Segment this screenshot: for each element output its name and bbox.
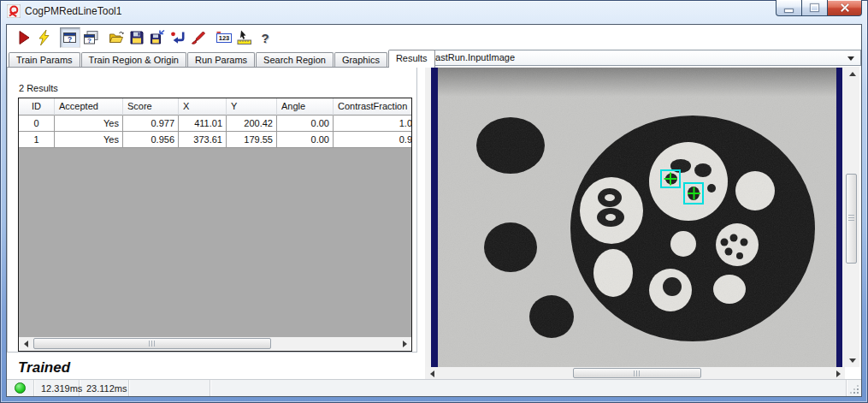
float-results-button[interactable]: ? (80, 27, 101, 48)
scroll-up-button[interactable] (845, 67, 859, 80)
result-row-0[interactable]: 0 Yes 0.977 411.01 200.42 0.00 1.0 (19, 116, 411, 132)
run-button[interactable] (14, 27, 34, 48)
cell-id: 1 (19, 132, 55, 147)
app-icon (7, 4, 21, 18)
column-header-accepted[interactable]: Accepted (55, 98, 123, 116)
image-horizontal-scrollbar[interactable] (425, 367, 845, 380)
results-display-button[interactable]: ? (60, 27, 80, 48)
results-tab-page: 2 Results ID Accepted Score X Y Angle Co… (7, 67, 417, 353)
image-right-edge-bar (836, 68, 842, 367)
column-header-contrastfraction[interactable]: ContrastFraction (334, 98, 412, 116)
title-bar[interactable]: CogPMRedLineTool1 (0, 0, 868, 24)
column-header-x[interactable]: X (179, 98, 227, 116)
open-button[interactable] (106, 27, 127, 48)
image-display[interactable] (425, 67, 845, 367)
arrow-down-icon (849, 359, 856, 363)
tab-graphics[interactable]: Graphics (334, 52, 387, 67)
maximize-button[interactable] (801, 0, 828, 16)
run-icon (15, 29, 32, 46)
cell-accepted: Yes (55, 132, 123, 147)
caption-buttons (776, 0, 862, 17)
resize-grip[interactable] (847, 380, 861, 396)
thumb-grip (848, 215, 854, 222)
numeric-format-icon: 123 (216, 29, 233, 46)
cell-contrastfraction: 0.9 (334, 132, 412, 147)
cell-x: 411.01 (179, 116, 227, 131)
column-header-id[interactable]: ID (19, 98, 55, 116)
tab-results[interactable]: Results (388, 50, 435, 68)
measure-icon (236, 29, 253, 46)
tab-search-region[interactable]: Search Region (256, 52, 334, 67)
arrow-right-icon (403, 341, 407, 347)
scrollbar-thumb[interactable] (33, 338, 271, 349)
scroll-down-button[interactable] (845, 353, 859, 367)
result-row-1[interactable]: 1 Yes 0.956 373.61 179.55 0.00 0.9 (19, 132, 411, 148)
left-panel: Train Params Train Region & Origin Run P… (7, 50, 419, 380)
status-bar: 12.319ms 23.112ms (7, 379, 861, 396)
chevron-down-icon (847, 56, 854, 61)
minimize-button[interactable] (776, 0, 802, 16)
scroll-right-button[interactable] (831, 367, 845, 380)
edit-graphics-icon (190, 29, 207, 46)
save-icon (128, 29, 145, 46)
toolbar: ? ? (7, 25, 861, 50)
image-vertical-scrollbar[interactable] (845, 67, 859, 367)
arrow-right-icon (836, 370, 841, 377)
scroll-left-button[interactable] (19, 337, 32, 351)
empty-status-panel (210, 380, 847, 396)
results-display-icon: ? (62, 29, 79, 46)
save-as-icon (149, 29, 166, 46)
cell-accepted: Yes (55, 116, 123, 131)
tab-strip: Train Params Train Region & Origin Run P… (9, 50, 436, 67)
image-left-edge-bar (431, 68, 438, 367)
scrollbar-thumb[interactable] (573, 368, 701, 378)
cell-y: 179.55 (227, 132, 277, 147)
tool-window: CogPMRedLineTool1 ? (0, 0, 868, 403)
input-image (438, 68, 836, 367)
close-button[interactable] (827, 0, 862, 16)
electric-run-button[interactable] (34, 27, 55, 48)
numeric-format-button[interactable]: 123 (214, 27, 234, 48)
cell-id: 0 (19, 116, 55, 131)
save-button[interactable] (127, 27, 147, 48)
window-title: CogPMRedLineTool1 (25, 5, 121, 17)
svg-text:?: ? (87, 37, 92, 44)
column-header-score[interactable]: Score (123, 98, 179, 116)
scroll-left-button[interactable] (425, 367, 439, 380)
tab-train-region-origin[interactable]: Train Region & Origin (81, 52, 186, 67)
open-icon (108, 29, 125, 46)
float-results-icon: ? (82, 29, 99, 46)
scrollbar-thumb[interactable] (846, 174, 857, 264)
svg-text:123: 123 (219, 34, 230, 42)
run-time-panel: 12.319ms (34, 380, 80, 396)
svg-text:?: ? (261, 30, 269, 44)
electric-run-icon (36, 29, 53, 46)
save-as-button[interactable] (147, 27, 168, 48)
record-display-panel: LastRun.InputImage (425, 50, 861, 380)
arrow-up-icon (849, 72, 856, 76)
arrow-left-icon (430, 370, 434, 377)
svg-text:?: ? (68, 34, 72, 43)
main-area: Train Params Train Region & Origin Run P… (7, 50, 861, 380)
thumb-grip (634, 370, 641, 376)
scroll-right-button[interactable] (398, 337, 411, 351)
help-button[interactable]: ? (255, 27, 275, 48)
column-header-angle[interactable]: Angle (277, 98, 334, 116)
cell-score: 0.977 (123, 116, 179, 131)
column-header-y[interactable]: Y (227, 98, 277, 116)
close-icon (840, 3, 850, 13)
grid-horizontal-scrollbar[interactable] (19, 337, 411, 351)
arrow-left-icon (24, 341, 28, 347)
measure-button[interactable] (234, 27, 255, 48)
tab-run-params[interactable]: Run Params (187, 52, 255, 67)
cell-angle: 0.00 (277, 132, 334, 147)
results-count-label: 2 Results (19, 83, 58, 93)
tab-train-params[interactable]: Train Params (9, 52, 80, 67)
total-time-panel: 23.112ms (80, 380, 129, 396)
run-status-panel (7, 380, 34, 396)
trained-status-label: Trained (18, 359, 70, 376)
total-time-value: 23.112ms (80, 383, 127, 394)
edit-graphics-button[interactable] (188, 27, 209, 48)
reset-button[interactable] (168, 27, 188, 48)
record-selector-combobox[interactable]: LastRun.InputImage (425, 50, 861, 66)
